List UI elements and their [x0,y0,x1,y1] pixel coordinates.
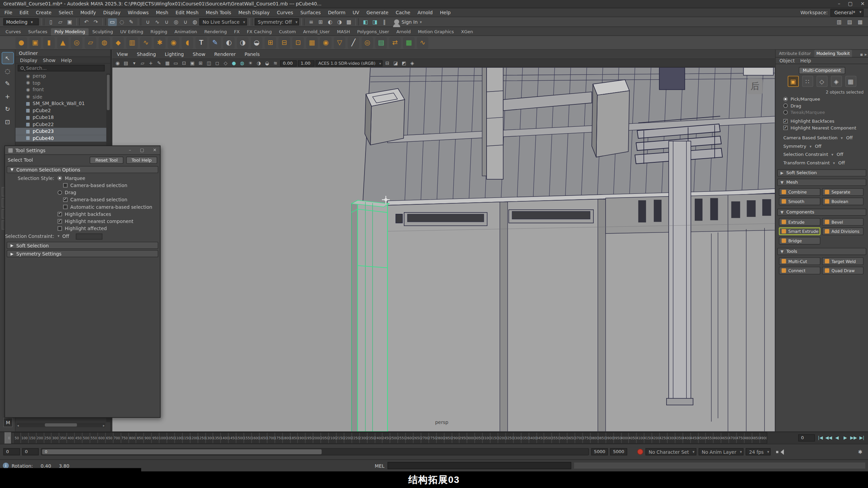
mesh-command-button[interactable]: Separate [822,188,863,196]
shelf-tab[interactable]: Motion Graphics [415,28,457,35]
anim-layer-dropdown[interactable]: No Anim Layer [698,448,744,455]
menu-item[interactable]: Mesh [156,10,169,15]
tool-settings-option[interactable]: Highlight nearest component [5,218,160,225]
tool-settings-option[interactable]: Highlight backfaces [5,210,160,217]
playback-button[interactable]: ◀◀ [825,434,833,442]
shelf-tab[interactable]: Curves [2,28,24,35]
viewport-toolbar-icon[interactable]: ≋ [272,60,279,66]
render-icon[interactable]: ◐ [326,18,334,26]
viewport-toolbar-icon[interactable]: ◈ [409,60,416,66]
shelf-icon[interactable]: ◉ [320,37,332,48]
option-control[interactable] [58,190,62,195]
status-icon[interactable]: ▱ [56,18,65,26]
tool-help-button[interactable]: Tool Help [126,156,157,163]
minimize-button[interactable]: – [838,1,840,6]
tab-attribute-editor[interactable]: Attribute Editor [777,50,813,57]
outliner-node[interactable]: pCube22 [16,121,110,128]
menu-set-dropdown[interactable]: Modeling [3,18,39,25]
viewport-toolbar-icon[interactable]: ⊟ [384,60,391,66]
status-icon[interactable]: ◌ [117,18,126,26]
toolkit-menu-item[interactable]: Object [780,58,795,63]
toolkit-radio-option[interactable]: Pick/Marquee [775,96,868,102]
outliner-search-input[interactable]: Search... [18,65,104,72]
menu-item[interactable]: Edit [20,10,29,15]
workspace-dropdown[interactable]: General* [830,8,864,16]
menu-item[interactable]: Curves [277,10,293,15]
shelf-tab[interactable]: Arnold_User [300,28,333,35]
toolkit-dropdown[interactable]: Camera Based Selection▾Off [775,134,868,142]
shelf-icon[interactable]: ▽ [334,37,345,48]
viewport-toolbar-icon[interactable]: ◒ [263,60,271,66]
outliner-menu-item[interactable]: Display [20,57,37,63]
viewport-toolbar-icon[interactable]: ⊡ [180,60,188,66]
shelf-tab[interactable]: Sculpting [89,28,116,35]
timeline-ruler[interactable]: 0501001502002503003504004505005506006507… [4,432,767,444]
current-frame-marker[interactable] [4,432,11,444]
viewport-toolbar-icon[interactable]: ● [230,60,237,66]
mel-input[interactable] [388,462,571,469]
shelf-tab[interactable]: MASH [334,28,353,35]
shelf-tab[interactable]: Poly Modeling [51,28,88,35]
range-slider-track[interactable]: 0 [41,448,589,455]
outliner-node[interactable]: top [16,79,110,86]
menu-item[interactable]: Help [440,10,451,15]
viewport-toolbar-icon[interactable]: ◉ [114,60,121,66]
shelf-icon[interactable]: T [195,37,207,48]
multi-component-button[interactable]: Multi-Component [798,67,845,74]
playback-button[interactable]: ▶ [842,434,849,442]
toolkit-dropdown[interactable]: Transform Constraint▾Off [775,159,868,167]
menu-item[interactable]: Modify [80,10,96,15]
playback-button[interactable]: ▶▶ [850,434,857,442]
live-surface-combo[interactable]: No Live Surface [199,18,247,25]
status-icon[interactable]: ✎ [127,18,136,26]
component-command-button[interactable]: Bridge [779,237,820,245]
shelf-icon[interactable]: ◆ [112,37,124,48]
status-icon[interactable]: ▭ [108,18,117,26]
shelf-tab[interactable]: Custom [276,28,299,35]
menu-item[interactable]: Select [59,10,73,15]
toolkit-dropdown[interactable]: Symmetry▾Off [775,142,868,150]
toggle-icon[interactable]: ◨ [371,18,379,26]
status-icon[interactable]: ↶ [82,18,91,26]
range-slider-thumb[interactable]: 0 [42,449,321,454]
shelf-icon[interactable]: ▮ [43,37,55,48]
colorspace-dropdown[interactable]: ACES 1.0 SDR-video (sRGB) [316,60,383,66]
menu-item[interactable]: Arnold [417,10,433,15]
outliner-node[interactable]: pCube18 [16,114,110,121]
menu-item[interactable]: Cache [396,10,410,15]
shelf-tab[interactable]: XGen [458,28,476,35]
sidebar-toggle-icon[interactable]: ▤ [845,18,854,26]
component-command-button[interactable]: Extrude [779,218,820,226]
tool-command-button[interactable]: Connect [779,267,820,274]
exposure-field[interactable]: 0.00 [280,60,297,66]
shelf-icon[interactable]: ✱ [154,37,165,48]
playback-button[interactable]: |◀ [816,434,824,442]
viewport-menu-item[interactable]: View [117,52,128,57]
toolkit-menu-item[interactable]: Help [800,58,811,63]
speaker-icon[interactable] [776,449,783,454]
render-icon[interactable]: ⊞ [316,18,325,26]
viewport-toolbar-icon[interactable]: ▦ [164,60,171,66]
render-icon[interactable]: ≡ [307,18,316,26]
toolbox-tool[interactable]: ↖ [2,53,13,64]
viewport-menu-item[interactable]: Lighting [165,52,184,57]
outliner-hscrollbar[interactable]: ◂▸ [17,423,105,427]
viewport-toolbar-icon[interactable]: ◪ [392,60,399,66]
viewport-toolbar-icon[interactable]: ▱ [139,60,146,66]
toggle-icon[interactable]: ◧ [361,18,370,26]
symmetry-combo[interactable]: Symmetry: Off [255,18,299,25]
toolbox-tool[interactable]: ⊡ [2,116,13,127]
viewport-toolbar-icon[interactable]: ▣ [189,60,196,66]
mel-label[interactable]: MEL [375,463,384,469]
outliner-node[interactable]: front [16,86,110,93]
viewport-menu-item[interactable]: Shading [137,52,156,57]
snap-icon[interactable]: ∪ [162,18,171,26]
outliner-node[interactable]: side [16,93,110,100]
status-icon[interactable]: ▯ [46,18,55,26]
menu-item[interactable]: Deform [328,10,346,15]
outliner-node[interactable]: pCube2 [16,107,110,114]
viewport-toolbar-icon[interactable]: ◑ [255,60,262,66]
shelf-icon[interactable]: ◎ [71,37,82,48]
menu-item[interactable]: Display [103,10,120,15]
snap-icon[interactable]: ◎ [172,18,180,26]
